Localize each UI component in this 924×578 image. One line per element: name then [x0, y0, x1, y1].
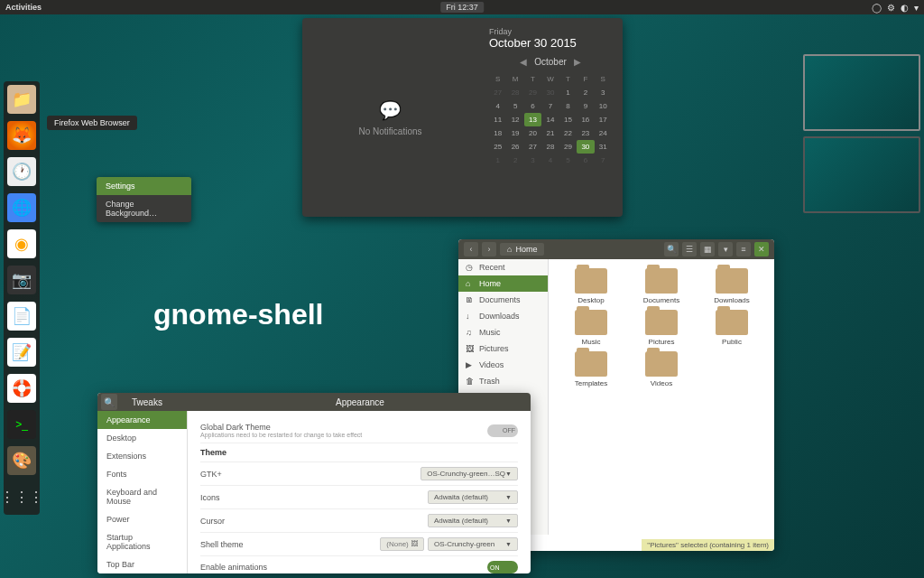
anim-toggle[interactable]: ON [487, 561, 518, 573]
calendar-day[interactable]: 2 [577, 86, 594, 99]
calendar-day[interactable]: 6 [524, 99, 541, 113]
files-back-button[interactable]: ‹ [464, 242, 478, 256]
files-grid-view-button[interactable]: ▦ [700, 242, 715, 256]
status-area[interactable]: ◯ ⚙ ◐ ▾ [872, 3, 919, 13]
calendar-day[interactable]: 20 [524, 126, 541, 140]
calendar-day[interactable]: 27 [524, 140, 541, 154]
accessibility-icon[interactable]: ◯ [872, 3, 882, 13]
calendar-day[interactable]: 4 [489, 99, 506, 113]
activities-button[interactable]: Activities [5, 3, 42, 12]
folder-item[interactable]: Documents [628, 268, 695, 304]
tweaks-search-button[interactable]: 🔍 [101, 394, 117, 410]
files-pathbar[interactable]: ⌂Home [500, 243, 544, 256]
calendar-day[interactable]: 3 [595, 86, 612, 99]
tweaks-sidebar-item[interactable]: Startup Applications [97, 528, 187, 555]
icons-combo[interactable]: Adwaita (default)▼ [428, 490, 518, 504]
workspace-1[interactable] [803, 54, 920, 131]
calendar-day[interactable]: 21 [541, 126, 559, 140]
tweaks-sidebar-item[interactable]: Top Bar [97, 555, 187, 573]
calendar-day[interactable]: 7 [541, 99, 559, 113]
files-sidebar-item[interactable]: 🗑Trash [458, 373, 548, 389]
calendar-day[interactable]: 8 [559, 99, 577, 113]
calendar-day[interactable]: 13 [524, 113, 541, 126]
calendar-day[interactable]: 30 [541, 86, 559, 99]
context-change-background[interactable]: Change Background… [97, 195, 191, 222]
folder-item[interactable]: Desktop [558, 268, 624, 304]
dock-files-icon[interactable]: 📁 [7, 85, 36, 114]
context-settings[interactable]: Settings [97, 177, 191, 195]
calendar-day[interactable]: 5 [559, 154, 577, 167]
calendar-day[interactable]: 1 [489, 154, 506, 167]
calendar-day[interactable]: 31 [595, 140, 612, 154]
calendar-day[interactable]: 24 [595, 126, 612, 140]
calendar-day[interactable]: 23 [577, 126, 594, 140]
calendar-day[interactable]: 14 [541, 113, 559, 126]
calendar-day[interactable]: 7 [595, 154, 612, 167]
volume-icon[interactable]: ◐ [901, 3, 909, 13]
workspace-2[interactable] [803, 136, 920, 213]
files-sidebar-item[interactable]: ▶Videos [458, 357, 548, 373]
calendar-day[interactable]: 10 [595, 99, 612, 113]
folder-item[interactable]: Templates [558, 351, 624, 387]
calendar-day[interactable]: 30 [577, 140, 594, 154]
calendar-day[interactable]: 5 [506, 99, 523, 113]
global-dark-toggle[interactable]: OFF [487, 424, 518, 437]
dock-media-icon[interactable]: ◉ [7, 229, 36, 258]
clock-button[interactable]: Fri 12:37 [440, 2, 484, 13]
files-sidebar-item[interactable]: 🗎Documents [458, 292, 548, 308]
dock-apps-icon[interactable]: ⋮⋮⋮ [7, 482, 36, 511]
files-sidebar-item[interactable]: ↓Downloads [458, 308, 548, 324]
folder-item[interactable]: Public [698, 310, 765, 346]
tweaks-sidebar-item[interactable]: Keyboard and Mouse [97, 483, 187, 510]
calendar-prev-icon[interactable]: ◀ [520, 57, 527, 67]
files-search-button[interactable]: 🔍 [664, 242, 679, 256]
calendar-day[interactable]: 28 [506, 86, 523, 99]
calendar-day[interactable]: 16 [577, 113, 594, 126]
dock-text-icon[interactable]: 📝 [7, 338, 36, 367]
calendar-day[interactable]: 3 [524, 154, 541, 167]
gtk-combo[interactable]: OS-Crunchy-green…SQ▼ [420, 467, 518, 480]
folder-item[interactable]: Music [558, 310, 624, 346]
shell-none-button[interactable]: (None) 🖼 [380, 537, 424, 551]
calendar-day[interactable]: 9 [577, 99, 594, 113]
dock-firefox-icon[interactable]: 🦊 [7, 121, 36, 150]
calendar-day[interactable]: 19 [506, 126, 523, 140]
tweaks-sidebar-item[interactable]: Power [97, 510, 187, 528]
files-sidebar-item[interactable]: ♫Music [458, 324, 548, 340]
calendar-day[interactable]: 1 [559, 86, 577, 99]
files-menu-button[interactable]: ≡ [736, 242, 751, 256]
calendar-day[interactable]: 25 [489, 140, 506, 154]
calendar-day[interactable]: 18 [489, 126, 506, 140]
calendar-day[interactable]: 28 [541, 140, 559, 154]
dock-help-icon[interactable]: 🛟 [7, 374, 36, 403]
tweaks-sidebar-item[interactable]: Desktop [97, 429, 187, 447]
tweaks-sidebar-item[interactable]: Extensions [97, 447, 187, 465]
calendar-day[interactable]: 17 [595, 113, 612, 126]
tweaks-sidebar-item[interactable]: Fonts [97, 465, 187, 483]
dock-office-icon[interactable]: 📄 [7, 302, 36, 331]
files-sidebar-item[interactable]: 🖼Pictures [458, 340, 548, 357]
calendar-day[interactable]: 4 [541, 154, 559, 167]
calendar-day[interactable]: 12 [506, 113, 523, 126]
power-icon[interactable]: ▾ [914, 3, 919, 13]
calendar-day[interactable]: 2 [506, 154, 523, 167]
files-forward-button[interactable]: › [482, 242, 496, 256]
calendar-day[interactable]: 15 [559, 113, 577, 126]
dock-gimp-icon[interactable]: 🎨 [7, 446, 36, 475]
files-list-view-button[interactable]: ☰ [682, 242, 697, 256]
calendar-day[interactable]: 29 [559, 140, 577, 154]
dock-terminal-icon[interactable]: >_ [7, 410, 36, 439]
tweaks-sidebar-item[interactable]: Appearance [97, 411, 187, 429]
files-close-button[interactable]: ✕ [754, 242, 769, 256]
dock-web-icon[interactable]: 🌐 [7, 193, 36, 222]
cursor-combo[interactable]: Adwaita (default)▼ [428, 514, 518, 527]
shell-combo[interactable]: OS-Crunchy-green▼ [428, 537, 518, 551]
calendar-day[interactable]: 22 [559, 126, 577, 140]
calendar-day[interactable]: 27 [489, 86, 506, 99]
dock-camera-icon[interactable]: 📷 [7, 266, 36, 294]
files-sidebar-item[interactable]: ◷Recent [458, 259, 548, 275]
calendar-day[interactable]: 6 [577, 154, 594, 167]
calendar-day[interactable]: 26 [506, 140, 523, 154]
folder-item[interactable]: Pictures [628, 310, 695, 346]
folder-item[interactable]: Videos [628, 351, 695, 387]
